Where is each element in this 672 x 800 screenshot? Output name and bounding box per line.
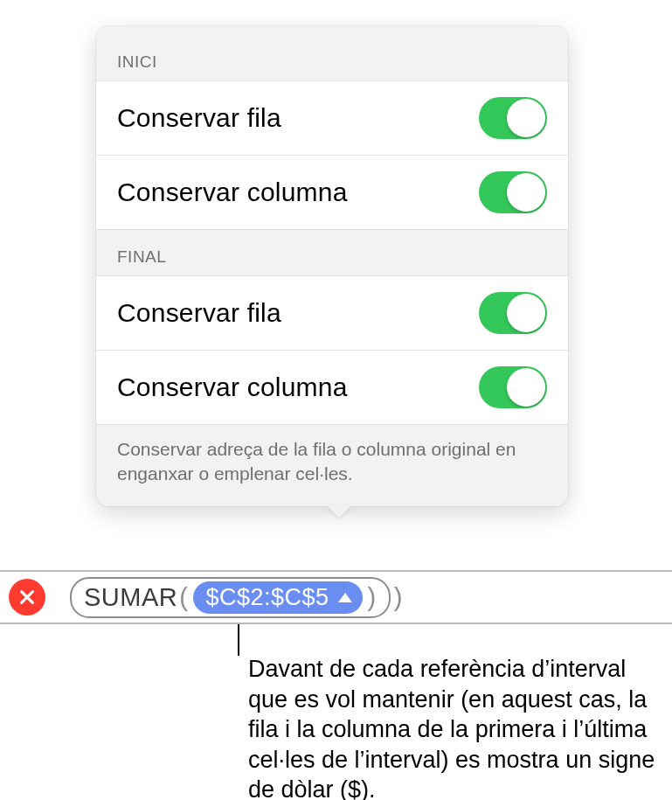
preserve-row-end: Conservar fila (96, 275, 568, 350)
reference-token[interactable]: $C$2:$C$5 (193, 581, 362, 614)
close-icon (17, 588, 37, 607)
toggle-preserve-row-start[interactable] (479, 97, 547, 139)
close-paren: ) (368, 583, 377, 612)
reference-text: $C$2:$C$5 (205, 584, 329, 611)
formula-bar[interactable]: SUMAR ( $C$2:$C$5 ) ) (0, 570, 672, 624)
popover-tail (327, 505, 351, 518)
toggle-preserve-row-end[interactable] (479, 292, 547, 334)
toggle-preserve-column-start[interactable] (479, 171, 547, 213)
function-name: SUMAR (84, 583, 177, 612)
cancel-button[interactable] (9, 579, 45, 616)
preserve-column-start: Conservar columna (96, 155, 568, 230)
row-label: Conservar columna (117, 177, 348, 207)
section-header-start: INICI (96, 35, 568, 80)
callout-leader-line (238, 624, 239, 656)
row-label: Conservar columna (117, 372, 348, 402)
preserve-column-end: Conservar columna (96, 350, 568, 425)
section-header-end: FINAL (96, 230, 568, 275)
callout-text: Davant de cada referència d’interval que… (248, 654, 666, 800)
row-label: Conservar fila (117, 298, 281, 328)
trailing-paren: ) (394, 583, 403, 612)
row-label: Conservar fila (117, 103, 281, 133)
reference-options-popover: INICI Conservar fila Conservar columna F… (96, 26, 568, 506)
triangle-up-icon (338, 593, 352, 602)
popover-hint-text: Conservar adreça de la fila o columna or… (96, 425, 568, 506)
preserve-row-start: Conservar fila (96, 80, 568, 155)
function-pill[interactable]: SUMAR ( $C$2:$C$5 ) (70, 577, 391, 618)
toggle-preserve-column-end[interactable] (479, 366, 547, 408)
open-paren: ( (179, 583, 188, 612)
